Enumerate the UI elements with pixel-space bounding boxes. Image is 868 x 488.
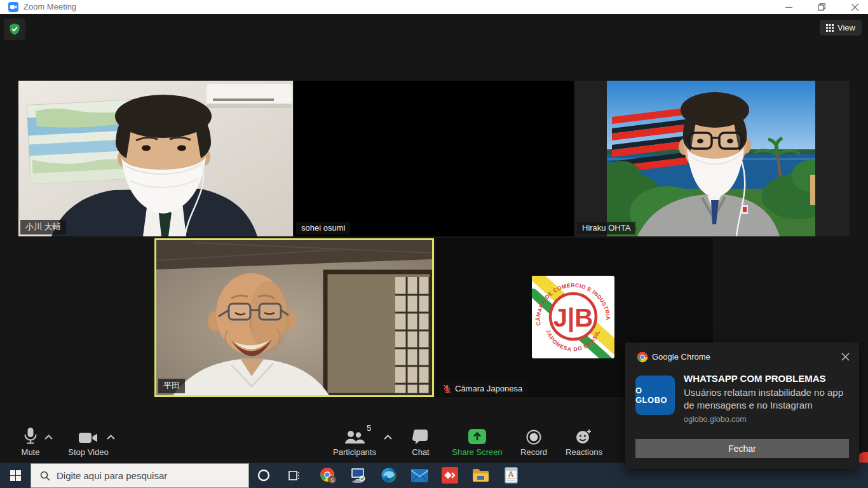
record-label: Record xyxy=(520,447,547,457)
nametag: 平田 xyxy=(158,379,185,393)
taskbar-file-explorer[interactable] xyxy=(465,463,496,488)
fechar-button[interactable]: Fechar xyxy=(635,439,849,458)
window-titlebar: Zoom Meeting xyxy=(0,0,868,14)
reactions-button[interactable]: Reactions xyxy=(553,426,614,463)
participant-name: Hiraku OHTA xyxy=(582,223,630,233)
ohta-video-scene xyxy=(607,81,815,236)
mute-button[interactable]: Mute xyxy=(0,426,61,463)
microphone-icon xyxy=(24,427,37,445)
search-icon xyxy=(40,471,50,481)
taskbar-search[interactable] xyxy=(31,463,249,488)
chrome-profile-badge: S xyxy=(330,477,334,483)
notification-close-icon[interactable] xyxy=(840,351,850,362)
chrome-icon xyxy=(637,351,648,363)
share-screen-label: Share Screen xyxy=(452,447,503,457)
video-options-chevron[interactable] xyxy=(107,435,115,440)
taskbar-mail[interactable] xyxy=(404,463,435,488)
taskbar-doc-app[interactable]: A xyxy=(496,463,526,488)
camara-logo: J|B CÂMARA DE COMÉRCIO E INDUSTRIA JAPON… xyxy=(532,276,614,358)
task-view-button[interactable] xyxy=(280,463,309,488)
view-label: View xyxy=(837,23,855,32)
mute-options-chevron[interactable] xyxy=(44,435,53,440)
chat-bubble-icon xyxy=(412,430,429,445)
mail-icon xyxy=(411,469,428,482)
hirata-video-scene xyxy=(156,240,432,395)
reactions-smiley-icon xyxy=(576,428,592,445)
windows-logo-icon xyxy=(10,470,21,481)
mute-label: Mute xyxy=(22,447,40,457)
notification-app-name: Google Chrome xyxy=(652,352,710,362)
restore-button[interactable] xyxy=(811,0,832,14)
task-view-icon xyxy=(288,470,300,481)
participants-label: Participants xyxy=(333,447,376,457)
notification-source: oglobo.globo.com xyxy=(684,415,747,424)
taskbar-remote-app[interactable] xyxy=(343,463,374,488)
taskbar-chrome[interactable]: S xyxy=(313,463,343,488)
zoom-meeting-window: Zoom Meeting View xyxy=(0,0,868,488)
reactions-label: Reactions xyxy=(566,447,602,457)
logo-monogram: J|B xyxy=(553,304,593,332)
participants-icon xyxy=(344,430,365,445)
search-input[interactable] xyxy=(57,470,234,481)
cortana-icon xyxy=(257,469,270,482)
minimize-button[interactable] xyxy=(778,0,799,14)
record-icon xyxy=(526,430,541,445)
chat-label: Chat xyxy=(412,447,429,457)
window-title: Zoom Meeting xyxy=(24,2,76,11)
chrome-notification-toast[interactable]: Google Chrome O GLOBO WHATSAPP COM PROBL… xyxy=(625,342,859,469)
view-button[interactable]: View xyxy=(820,20,862,36)
ogawa-video-scene xyxy=(18,81,293,236)
nametag: 小川 大輔 xyxy=(20,220,66,234)
chat-button[interactable]: Chat xyxy=(390,426,451,463)
red-diamond-app-icon xyxy=(442,467,458,484)
stop-video-label: Stop Video xyxy=(68,447,108,457)
participant-name: 平田 xyxy=(163,380,180,391)
video-tile-ohta[interactable]: Hiraku OHTA xyxy=(575,81,850,236)
close-button[interactable] xyxy=(844,0,865,14)
muted-mic-icon xyxy=(443,384,451,393)
start-button[interactable] xyxy=(0,463,31,488)
participant-name: 小川 大輔 xyxy=(25,221,61,233)
meeting-canvas: View xyxy=(0,14,868,463)
participants-button[interactable]: 5 Participants xyxy=(324,426,385,463)
video-camera-icon xyxy=(78,431,98,445)
oglobo-logo: O GLOBO xyxy=(635,376,675,415)
share-screen-icon xyxy=(468,428,487,445)
video-tile-osumi[interactable]: sohei osumi xyxy=(294,81,574,236)
video-tile-hirata-active[interactable]: 平田 xyxy=(154,238,434,397)
share-screen-button[interactable]: Share Screen xyxy=(447,426,508,463)
video-tile-ogawa[interactable]: 小川 大輔 xyxy=(18,81,293,236)
doc-app-letter: A xyxy=(508,470,513,479)
grid-icon xyxy=(826,24,834,32)
nametag: Hiraku OHTA xyxy=(577,222,635,234)
zoom-app-icon xyxy=(8,2,18,12)
nametag: sohei osumi xyxy=(296,222,350,234)
participant-name: Câmara Japonesa xyxy=(455,384,522,393)
stop-video-button[interactable]: Stop Video xyxy=(58,426,119,463)
taskbar-red-app[interactable] xyxy=(435,463,465,488)
folder-icon xyxy=(472,468,489,482)
participant-name: sohei osumi xyxy=(301,223,345,233)
shield-check-icon xyxy=(8,23,21,36)
participants-count: 5 xyxy=(367,423,371,433)
notification-body: Usuários relatam instabilidade no app de… xyxy=(684,386,850,412)
monitor-app-icon xyxy=(350,467,367,484)
notification-title: WHATSAPP COM PROBLEMAS xyxy=(684,373,850,384)
cortana-button[interactable] xyxy=(249,463,278,488)
edge-icon xyxy=(381,467,397,484)
security-button[interactable] xyxy=(4,18,25,40)
nametag: Câmara Japonesa xyxy=(438,383,527,395)
taskbar-edge[interactable] xyxy=(374,463,404,488)
